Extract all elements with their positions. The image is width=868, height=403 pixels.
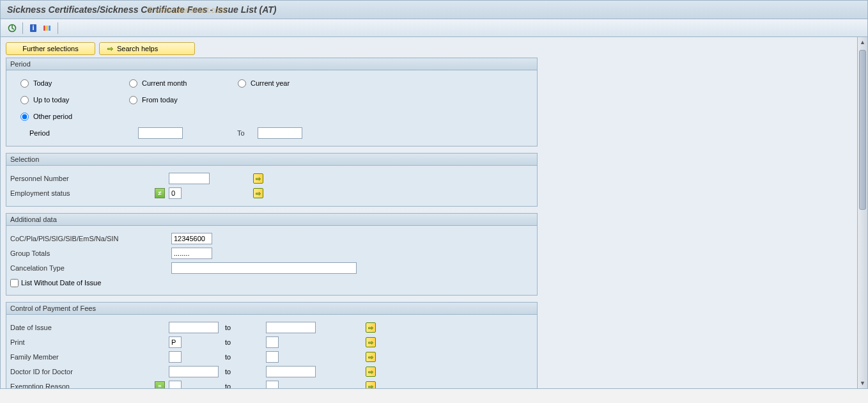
range-indicator-icon[interactable]: = xyxy=(155,381,165,388)
selection-group: Selection Personnel Number ⇨ Employment … xyxy=(6,153,538,207)
multiple-select-icon[interactable]: ⇨ xyxy=(366,381,376,388)
radio-current-year[interactable]: Current year xyxy=(238,79,290,88)
range-indicator-icon[interactable]: ≠ xyxy=(155,188,165,198)
title-bar: Sickness Certificates/Sickness Certifica… xyxy=(0,0,868,19)
control-group: Control of Payment of Fees Date of Issue… xyxy=(6,302,538,388)
multiple-select-icon[interactable]: ⇨ xyxy=(366,367,376,377)
to-label: to xyxy=(225,383,231,388)
field-label: Exemption Reason xyxy=(9,383,155,388)
multiple-select-icon[interactable]: ⇨ xyxy=(366,352,376,362)
further-selections-button[interactable]: Further selections xyxy=(6,42,95,55)
period-to-label: To xyxy=(237,129,258,137)
field-label: Print xyxy=(9,338,155,346)
content-area: Further selections ⇨ Search helps Period… xyxy=(0,37,868,389)
radio-other-period[interactable]: Other period xyxy=(20,113,72,121)
control-row: Family Member to ⇨ xyxy=(9,350,531,364)
field-label: Family Member xyxy=(9,353,155,361)
search-helps-button[interactable]: ⇨ Search helps xyxy=(99,42,195,55)
info-icon[interactable]: i xyxy=(28,23,38,33)
cancelation-type-label: Cancelation Type xyxy=(9,264,171,272)
button-label: Search helps xyxy=(117,45,158,52)
button-label: Further selections xyxy=(22,45,78,52)
family-member-from-input[interactable] xyxy=(169,351,182,363)
multiple-select-icon[interactable]: ⇨ xyxy=(253,173,263,184)
exemption-reason-from-input[interactable] xyxy=(169,381,182,388)
svg-text:i: i xyxy=(32,24,34,31)
control-row: Exemption Reason = to ⇨ xyxy=(9,379,531,388)
scroll-down-icon[interactable]: ▼ xyxy=(858,378,867,388)
period-group: Period Today Current month Current year … xyxy=(6,58,538,146)
personnel-number-label: Personnel Number xyxy=(9,175,155,182)
period-label: Period xyxy=(29,129,50,137)
execute-icon[interactable] xyxy=(7,23,17,33)
cancelation-type-input[interactable] xyxy=(171,262,357,274)
group-title: Additional data xyxy=(6,214,537,226)
list-without-checkbox[interactable] xyxy=(10,279,19,287)
to-label: to xyxy=(225,368,231,375)
toolbar-separator xyxy=(22,22,23,34)
radio-current-month[interactable]: Current month xyxy=(129,79,187,88)
radio-up-to-today[interactable]: Up to today xyxy=(20,96,69,104)
control-row: Print to ⇨ xyxy=(9,335,531,349)
doctor-id-from-input[interactable] xyxy=(169,366,219,377)
toolbar: i © www.tutorialkart.com xyxy=(0,19,868,37)
field-label: Date of Issue xyxy=(9,324,155,331)
coc-input[interactable] xyxy=(171,233,212,244)
toolbar-separator-2 xyxy=(58,22,58,34)
radio-today[interactable]: Today xyxy=(20,79,52,88)
scroll-up-icon[interactable]: ▲ xyxy=(858,37,867,47)
multiple-select-icon[interactable]: ⇨ xyxy=(366,337,376,347)
group-title: Period xyxy=(6,58,537,70)
employment-status-input[interactable] xyxy=(169,187,182,199)
personnel-number-input[interactable] xyxy=(169,173,210,184)
variant-icon[interactable] xyxy=(42,23,52,33)
control-row: Date of Issue to ⇨ xyxy=(9,320,531,335)
vertical-scrollbar[interactable]: ▲ ▼ xyxy=(857,37,867,388)
date-of-issue-from-input[interactable] xyxy=(169,322,219,333)
date-of-issue-to-input[interactable] xyxy=(266,322,316,333)
scrollbar-thumb[interactable] xyxy=(859,50,866,210)
print-from-input[interactable] xyxy=(169,336,182,348)
arrow-right-icon: ⇨ xyxy=(107,45,113,53)
group-totals-input[interactable] xyxy=(171,248,212,259)
multiple-select-icon[interactable]: ⇨ xyxy=(253,188,263,198)
doctor-id-to-input[interactable] xyxy=(266,366,316,377)
to-label: to xyxy=(225,324,231,331)
group-title: Control of Payment of Fees xyxy=(6,303,537,315)
multiple-select-icon[interactable]: ⇨ xyxy=(366,322,376,333)
radio-from-today[interactable]: From today xyxy=(129,96,178,104)
to-label: to xyxy=(225,338,231,346)
family-member-to-input[interactable] xyxy=(266,351,279,363)
field-label: Doctor ID for Doctor xyxy=(9,368,155,375)
coc-label: CoC/Pla/PlS/SIG/SIB/EmS/Na/SIN xyxy=(9,235,171,242)
period-to-input[interactable] xyxy=(258,127,302,139)
group-totals-label: Group Totals xyxy=(9,249,171,257)
page-title: Sickness Certificates/Sickness Certifica… xyxy=(7,4,861,15)
control-row: Doctor ID for Doctor to ⇨ xyxy=(9,365,531,379)
exemption-reason-to-input[interactable] xyxy=(266,381,279,388)
to-label: to xyxy=(225,353,231,361)
print-to-input[interactable] xyxy=(266,336,279,348)
employment-status-label: Employment status xyxy=(9,189,155,197)
additional-data-group: Additional data CoC/Pla/PlS/SIG/SIB/EmS/… xyxy=(6,213,538,296)
svg-rect-4 xyxy=(46,26,48,31)
svg-rect-3 xyxy=(43,26,45,31)
svg-rect-5 xyxy=(49,26,50,31)
group-title: Selection xyxy=(6,154,537,166)
list-without-label: List Without Date of Issue xyxy=(21,279,101,287)
period-from-input[interactable] xyxy=(138,127,183,139)
